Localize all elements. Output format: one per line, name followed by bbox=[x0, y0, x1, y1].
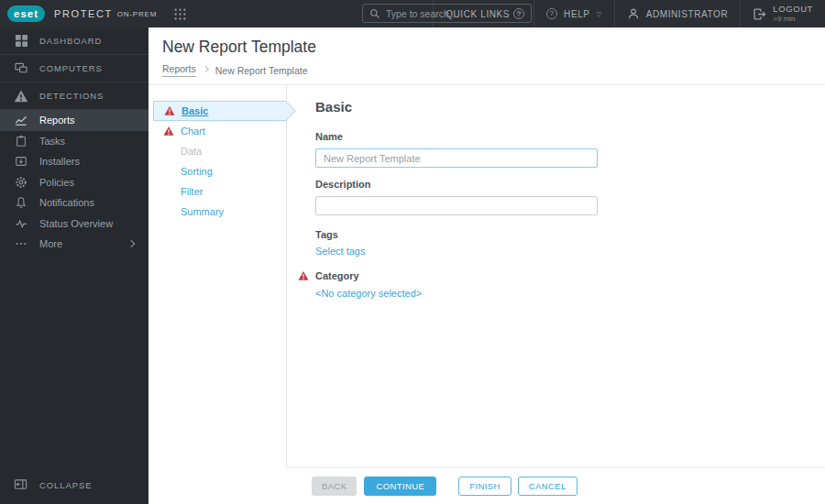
user-menu[interactable]: ADMINISTRATOR bbox=[614, 0, 741, 27]
wizard-step-chart[interactable]: Chart bbox=[153, 121, 286, 141]
category-select-link[interactable]: <No category selected> bbox=[315, 288, 422, 299]
help-menu[interactable]: ? HELP ▽ bbox=[534, 0, 614, 27]
wizard-step-label: Basic bbox=[182, 105, 208, 116]
wizard-form: Basic Name Description Tags Select tags … bbox=[287, 85, 825, 467]
product-edition: ON-PREM bbox=[117, 10, 157, 18]
sidebar-item-installers[interactable]: Installers bbox=[0, 151, 148, 172]
wizard-step-label: Sorting bbox=[181, 166, 213, 177]
breadcrumb-link-reports[interactable]: Reports bbox=[162, 63, 196, 77]
sidebar-item-label: More bbox=[39, 238, 62, 249]
wizard-step-summary[interactable]: Summary bbox=[153, 202, 286, 222]
icon-spacer bbox=[163, 166, 174, 177]
collapse-label: COLLAPSE bbox=[39, 480, 92, 490]
wizard-step-label: Filter bbox=[181, 186, 203, 197]
status-overview-icon bbox=[14, 216, 28, 231]
global-search: ? bbox=[362, 4, 532, 23]
warning-icon bbox=[298, 270, 309, 281]
name-field[interactable] bbox=[315, 148, 598, 168]
icon-spacer bbox=[163, 186, 174, 197]
eset-logo[interactable]: eset bbox=[7, 5, 45, 22]
computers-icon bbox=[14, 61, 28, 76]
sidebar-item-more[interactable]: More bbox=[0, 234, 148, 255]
wizard-step-filter[interactable]: Filter bbox=[153, 181, 286, 202]
wizard-step-data: Data bbox=[153, 141, 286, 161]
sidebar-item-label: Policies bbox=[39, 177, 74, 188]
collapse-icon bbox=[14, 477, 28, 492]
logout-button[interactable]: LOGOUT >9 min bbox=[740, 0, 825, 27]
notifications-icon bbox=[14, 195, 28, 210]
reports-icon bbox=[14, 113, 28, 127]
sidebar-item-computers[interactable]: COMPUTERS bbox=[0, 55, 148, 82]
dashboard-icon bbox=[14, 34, 28, 49]
tags-label: Tags bbox=[315, 229, 825, 240]
wizard-step-label: Summary bbox=[181, 206, 224, 217]
search-help-icon[interactable]: ? bbox=[513, 8, 524, 19]
sidebar-item-label: Notifications bbox=[39, 197, 94, 208]
cancel-button[interactable]: CANCEL bbox=[518, 477, 578, 496]
wizard-step-label: Chart bbox=[181, 126, 205, 137]
main-content: New Report Template Reports New Report T… bbox=[148, 27, 825, 504]
product-name: PROTECT bbox=[54, 8, 113, 19]
sidebar-item-notifications[interactable]: Notifications bbox=[0, 192, 148, 214]
search-icon bbox=[369, 8, 380, 19]
breadcrumb-current: New Report Template bbox=[215, 65, 308, 76]
icon-spacer bbox=[163, 206, 174, 217]
icon-spacer bbox=[163, 146, 174, 157]
top-header: eset PROTECT ON-PREM ? QUICK LINKS ▽ ? H… bbox=[0, 0, 825, 27]
select-tags-link[interactable]: Select tags bbox=[315, 246, 365, 257]
chevron-right-icon bbox=[203, 66, 209, 72]
installers-icon bbox=[14, 154, 28, 169]
sidebar-item-label: Installers bbox=[39, 156, 80, 167]
continue-button[interactable]: CONTINUE bbox=[364, 477, 436, 496]
help-icon: ? bbox=[546, 8, 557, 19]
breadcrumb: Reports New Report Template bbox=[162, 63, 825, 77]
policies-icon bbox=[14, 175, 28, 190]
warning-icon bbox=[163, 126, 174, 137]
category-label: Category bbox=[315, 270, 359, 281]
sidebar-item-label: COMPUTERS bbox=[39, 63, 103, 73]
sidebar-item-label: Reports bbox=[39, 115, 75, 126]
apps-grid-icon[interactable] bbox=[173, 7, 187, 21]
logout-label: LOGOUT bbox=[773, 4, 813, 15]
user-label: ADMINISTRATOR bbox=[646, 9, 729, 19]
section-heading: Basic bbox=[315, 99, 825, 115]
page-header: New Report Template Reports New Report T… bbox=[148, 27, 825, 85]
wizard-footer: BACK CONTINUE FINISH CANCEL bbox=[287, 467, 825, 504]
warning-icon bbox=[164, 105, 175, 116]
wizard-step-basic[interactable]: Basic bbox=[153, 101, 286, 121]
logout-timeout: >9 min bbox=[773, 15, 813, 24]
detections-icon bbox=[14, 89, 28, 104]
help-label: HELP bbox=[564, 9, 590, 19]
sidebar-item-status-overview[interactable]: Status Overview bbox=[0, 214, 148, 235]
sidebar: DASHBOARD COMPUTERS DETECTIONS bbox=[0, 27, 148, 504]
sidebar-item-label: Tasks bbox=[39, 136, 65, 147]
sidebar-item-label: DETECTIONS bbox=[39, 91, 104, 101]
more-icon bbox=[14, 236, 28, 251]
wizard-step-label: Data bbox=[181, 146, 202, 157]
back-button: BACK bbox=[312, 477, 357, 496]
sidebar-item-label: Status Overview bbox=[39, 218, 113, 229]
logout-icon bbox=[753, 7, 766, 21]
sidebar-item-reports[interactable]: Reports bbox=[0, 110, 148, 131]
sidebar-item-tasks[interactable]: Tasks bbox=[0, 131, 148, 152]
category-row: Category bbox=[298, 270, 825, 281]
sidebar-item-policies[interactable]: Policies bbox=[0, 172, 148, 193]
finish-button[interactable]: FINISH bbox=[458, 477, 512, 496]
description-field[interactable] bbox=[315, 196, 598, 215]
user-icon bbox=[627, 7, 640, 20]
sidebar-collapse-button[interactable]: COLLAPSE bbox=[0, 474, 148, 496]
name-label: Name bbox=[315, 131, 825, 142]
sidebar-item-dashboard[interactable]: DASHBOARD bbox=[0, 27, 148, 55]
search-input[interactable] bbox=[386, 8, 508, 19]
tasks-icon bbox=[14, 134, 28, 148]
wizard-nav: Basic Chart Data Sorting Filter Summar bbox=[148, 85, 287, 467]
chevron-down-icon: ▽ bbox=[597, 11, 602, 18]
description-label: Description bbox=[315, 179, 825, 190]
page-title: New Report Template bbox=[162, 38, 825, 57]
wizard-step-sorting[interactable]: Sorting bbox=[153, 161, 286, 181]
sidebar-item-detections[interactable]: DETECTIONS bbox=[0, 82, 148, 110]
sidebar-item-label: DASHBOARD bbox=[39, 36, 102, 46]
chevron-right-icon bbox=[127, 240, 135, 247]
